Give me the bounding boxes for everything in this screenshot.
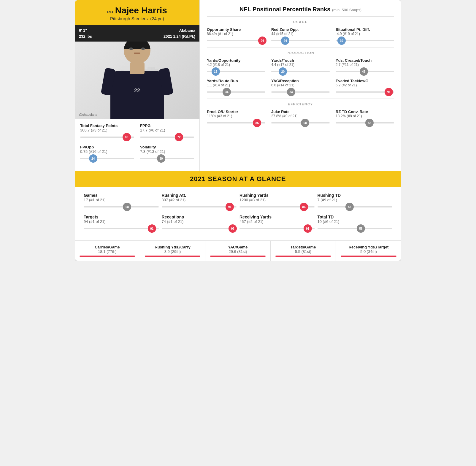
bottom-stat-value: 29.6 (81st) — [210, 249, 266, 254]
metric-label: Red Zone Opp. — [271, 27, 330, 32]
season-stat-slider: 96 — [162, 226, 237, 232]
metric-slider: 86 — [207, 120, 265, 126]
season-stat-bubble: 91 — [226, 203, 234, 211]
metric-block: Yds. Created/Touch 2.7 (#11 of 21) 48 — [336, 58, 394, 75]
season-stat-label: Receptions — [162, 215, 237, 219]
season-stat-value: 94 (#1 of 21) — [84, 219, 159, 224]
metric-block: Yards/Touch 4.4 (#17 of 21) 20 — [271, 58, 330, 75]
season-stat-label: Total TD — [318, 215, 393, 219]
total-fp-slider: 86 — [80, 134, 134, 140]
season-stat-block: Targets 94 (#1 of 21) 91 — [84, 215, 159, 232]
metric-block: Yards/Opportunity 4.2 (#18 of 21) 15 — [207, 58, 265, 75]
metric-block: Juke Rate 27.8% (#9 of 21) 58 — [271, 110, 330, 126]
bottom-stat-value: 5.5 (81st) — [275, 249, 331, 254]
season-stat-label: Rushing Att. — [162, 193, 237, 198]
season-banner: 2021 SEASON AT A GLANCE — [75, 171, 401, 187]
metric-value: 6.2 (#2 of 21) — [336, 83, 394, 87]
season-stat-label: Rushing TD — [318, 193, 393, 198]
bottom-bar-highlight — [341, 256, 396, 257]
divider-2 — [207, 47, 394, 47]
season-stat-value: 1200 (#3 of 21) — [239, 198, 315, 202]
usage-metrics-grid: Opportunity Share 86.4% (#1 of 21) 96 Re… — [207, 27, 394, 44]
metric-slider: 91 — [336, 89, 394, 95]
total-fp-bubble: 86 — [123, 133, 131, 141]
metric-bubble: 91 — [385, 88, 393, 96]
season-stat-slider: 86 — [239, 204, 315, 210]
metric-label: Juke Rate — [271, 110, 330, 114]
metric-bubble: 20 — [279, 67, 287, 76]
metric-block: RZ TD Conv. Rate 18.2% (#8 of 21) 58 — [336, 110, 394, 126]
metric-label: Evaded Tackles/G — [336, 79, 394, 83]
metric-slider: 96 — [207, 38, 265, 44]
metric-value: 4.4 (#17 of 21) — [271, 63, 330, 67]
metric-bubble: 58 — [301, 119, 309, 127]
bottom-stat-label: Rushing Yds./Carry — [145, 245, 200, 249]
percentile-title: NFL Positional Percentile Ranks (min. 50… — [207, 6, 394, 13]
efficiency-label: EFFICIENCY — [207, 102, 394, 106]
metric-slider: 34 — [271, 89, 330, 95]
season-stat-slider: 91 — [239, 226, 315, 232]
metric-label: Yards/Opportunity — [207, 58, 265, 63]
metric-value: 27.8% (#9 of 21) — [271, 114, 330, 118]
bottom-stat-label: Receiving Yds./Target — [341, 245, 396, 249]
season-stat-block: Total TD 10 (#6 of 21) 58 — [318, 215, 393, 232]
season-stat-value: 467 (#2 of 21) — [239, 219, 315, 224]
production-metrics-grid: Yards/Opportunity 4.2 (#18 of 21) 15 Yar… — [207, 58, 394, 95]
season-stat-value: 17 (#1 of 21) — [84, 198, 159, 202]
divider-3 — [207, 99, 394, 99]
fp-opp-bubble: 24 — [89, 154, 97, 163]
bottom-stat: Targets/Game 5.5 (81st) — [271, 241, 336, 261]
season-stat-block: Receptions 74 (#1 of 21) 96 — [162, 215, 237, 232]
season-stat-bubble: 58 — [123, 203, 131, 211]
season-stat-block: Receiving Yards 467 (#2 of 21) 91 — [239, 215, 315, 232]
metric-value: 118% (#3 of 21) — [207, 114, 265, 118]
fppg-slider: 72 — [140, 134, 194, 140]
metric-value: 44 (#15 of 21) — [271, 32, 330, 36]
metric-bubble: 48 — [360, 67, 368, 76]
metric-slider: 10 — [336, 38, 394, 44]
metric-bubble: 34 — [223, 88, 231, 96]
metric-value: -4.9 (#19 of 21) — [336, 32, 394, 36]
metric-bubble: 96 — [258, 37, 266, 45]
volatility-slider: 39 — [140, 156, 194, 161]
fppg-block: FPPG 17.7 (#6 of 21) 72 — [140, 123, 194, 140]
metric-block: Red Zone Opp. 44 (#15 of 21) 24 — [271, 27, 330, 44]
season-stat-value: 7 (#9 of 21) — [318, 198, 393, 202]
player-name: Najee Harris — [115, 5, 167, 15]
season-stat-bubble: 86 — [300, 203, 308, 211]
player-position-name: RB Najee Harris — [81, 5, 193, 15]
bottom-stat: Rushing Yds./Carry 3.9 (29th) — [140, 241, 205, 261]
metric-label: Yards/Touch — [271, 58, 330, 63]
metric-bubble: 15 — [212, 67, 220, 76]
metric-block: Situational Pt. Diff. -4.9 (#19 of 21) 1… — [336, 27, 394, 44]
bottom-bar-highlight — [145, 256, 200, 257]
player-team: Pittsburgh Steelers (24 yo) — [81, 16, 193, 21]
player-physical: 6' 1" 232 lbs — [79, 28, 92, 39]
metric-slider: 20 — [271, 69, 330, 75]
volatility-block: Volatility 7.3 (#13 of 21) 39 — [140, 145, 194, 161]
metric-slider: 48 — [336, 69, 394, 75]
metric-label: Opportunity Share — [207, 27, 265, 32]
metric-value: 2.7 (#11 of 21) — [336, 63, 394, 67]
metric-slider: 58 — [336, 120, 394, 126]
metric-label: Situational Pt. Diff. — [336, 27, 394, 32]
metric-value: 86.4% (#1 of 21) — [207, 32, 265, 36]
season-stat-label: Games — [84, 193, 159, 198]
bottom-stat-label: YAC/Game — [210, 245, 266, 249]
fp-opp-slider: 24 — [80, 156, 134, 161]
bottom-bar-highlight — [80, 256, 135, 257]
metric-block: Opportunity Share 86.4% (#1 of 21) 96 — [207, 27, 265, 44]
player-meta: 6' 1" 232 lbs Alabama 2021 1.24 (Rd.Pk) — [75, 25, 199, 42]
fantasy-stats-section: Total Fantasy Points 300.7 (#3 of 21) 86… — [75, 119, 199, 171]
top-section: RB Najee Harris Pittsburgh Steelers (24 … — [75, 0, 401, 171]
metric-value: 6.8 (#14 of 21) — [271, 83, 330, 87]
bottom-stat-value: 18.1 (77th) — [80, 249, 135, 254]
fppg-bubble: 72 — [175, 133, 183, 141]
season-stat-slider: 91 — [84, 226, 159, 232]
metric-bubble: 34 — [287, 88, 295, 96]
season-grid: Games 17 (#1 of 21) 58 Rushing Att. 307 … — [84, 193, 392, 232]
season-stat-value: 307 (#2 of 21) — [162, 198, 237, 202]
season-stat-bubble: 58 — [357, 224, 365, 233]
season-stat-bubble: 43 — [345, 203, 354, 211]
divider-1 — [207, 16, 394, 17]
